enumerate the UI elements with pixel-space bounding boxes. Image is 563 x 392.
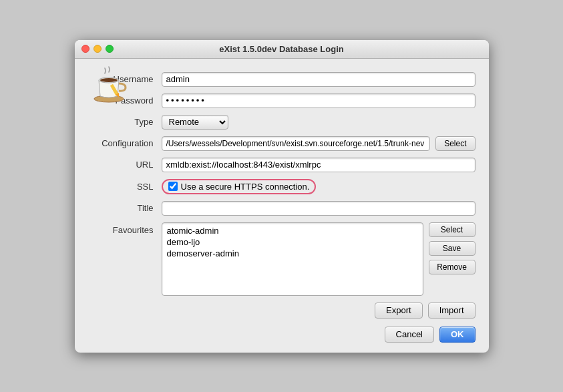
ok-button[interactable]: OK bbox=[439, 327, 476, 343]
configuration-label: Configuration bbox=[88, 138, 162, 148]
main-window: eXist 1.5.0dev Database Login Username P… bbox=[75, 40, 489, 353]
close-button[interactable] bbox=[81, 45, 89, 53]
export-button[interactable]: Export bbox=[375, 303, 423, 319]
config-select-button[interactable]: Select bbox=[435, 136, 475, 151]
app-logo bbox=[89, 65, 130, 106]
configuration-input[interactable] bbox=[162, 136, 431, 151]
favourites-section: Favourites atomic-admin demo-ljo demoser… bbox=[88, 222, 476, 296]
favourites-buttons: Select Save Remove bbox=[429, 222, 476, 274]
list-item[interactable]: demoserver-admin bbox=[166, 248, 419, 259]
type-row: Type Remote Local Embedded bbox=[88, 115, 476, 130]
title-row: Title bbox=[88, 201, 476, 216]
list-item[interactable]: atomic-admin bbox=[166, 225, 419, 236]
window-controls bbox=[81, 45, 114, 53]
cancel-button[interactable]: Cancel bbox=[385, 327, 434, 343]
fav-save-button[interactable]: Save bbox=[429, 241, 476, 256]
titlebar: eXist 1.5.0dev Database Login bbox=[75, 40, 489, 59]
url-row: URL bbox=[88, 158, 476, 172]
username-row: Username bbox=[88, 72, 476, 87]
favourites-label: Favourites bbox=[88, 222, 162, 235]
favourites-list[interactable]: atomic-admin demo-ljo demoserver-admin bbox=[162, 222, 423, 296]
ssl-label: SSL bbox=[88, 182, 162, 192]
fav-remove-button[interactable]: Remove bbox=[429, 260, 476, 274]
password-row: Password bbox=[88, 93, 476, 108]
title-input[interactable] bbox=[162, 201, 476, 216]
ssl-checkbox-container: Use a secure HTTPS connection. bbox=[162, 179, 317, 194]
type-select[interactable]: Remote Local Embedded bbox=[162, 115, 228, 130]
maximize-button[interactable] bbox=[106, 45, 114, 53]
url-label: URL bbox=[88, 160, 162, 170]
dialog-content: Username Password Type Remote Local Embe… bbox=[75, 59, 489, 353]
window-title: eXist 1.5.0dev Database Login bbox=[219, 44, 343, 54]
bottom-buttons: Cancel OK bbox=[88, 327, 476, 343]
username-input[interactable] bbox=[162, 72, 476, 87]
import-button[interactable]: Import bbox=[428, 303, 476, 319]
svg-point-2 bbox=[100, 78, 118, 82]
fav-select-button[interactable]: Select bbox=[429, 222, 476, 237]
configuration-row: Configuration Select bbox=[88, 136, 476, 151]
password-input[interactable] bbox=[162, 93, 476, 108]
ssl-text: Use a secure HTTPS connection. bbox=[181, 182, 310, 192]
list-item[interactable]: demo-ljo bbox=[166, 236, 419, 248]
type-label: Type bbox=[88, 117, 162, 127]
minimize-button[interactable] bbox=[93, 45, 102, 53]
title-label: Title bbox=[88, 203, 162, 213]
export-import-row: Export Import bbox=[88, 303, 476, 319]
ssl-row: SSL Use a secure HTTPS connection. bbox=[88, 179, 476, 194]
ssl-checkbox[interactable] bbox=[168, 182, 178, 191]
url-input[interactable] bbox=[162, 158, 476, 172]
